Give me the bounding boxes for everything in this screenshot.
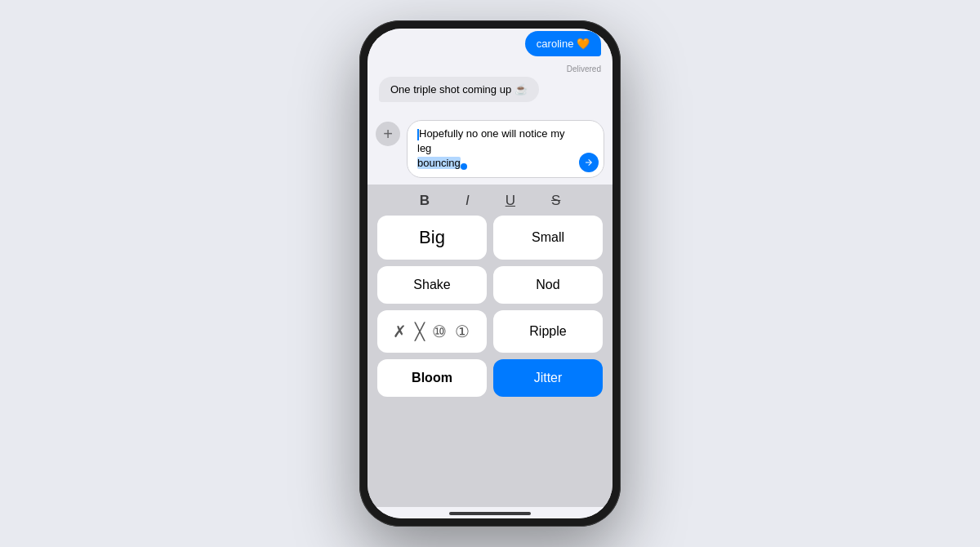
bold-button[interactable]: B bbox=[415, 191, 434, 211]
strikethrough-button[interactable]: S bbox=[546, 191, 565, 211]
partial-sent-bubble: caroline 🧡 bbox=[525, 31, 601, 56]
effects-panel: Big Small Shake Nod ✗ ╳ ⑩ ① Ripple Bloom… bbox=[368, 216, 612, 507]
small-effect-button[interactable]: Small bbox=[493, 216, 603, 260]
jitter-effect-button[interactable]: Jitter bbox=[493, 359, 603, 397]
input-area: + Hopefully no one will notice my leg bo… bbox=[368, 115, 612, 185]
messages-area: Delivered One triple shot coming up ☕ bbox=[368, 56, 612, 115]
italic-button[interactable]: I bbox=[461, 191, 474, 211]
received-message-bubble: One triple shot coming up ☕ bbox=[379, 77, 539, 102]
underline-button[interactable]: U bbox=[501, 191, 520, 211]
effects-row-2: Shake Nod bbox=[377, 266, 603, 304]
top-partial-area: caroline 🧡 bbox=[368, 29, 612, 56]
effects-row-4: Bloom Jitter bbox=[377, 359, 603, 397]
ripple-effect-button[interactable]: Ripple bbox=[493, 310, 603, 353]
effects-row-3: ✗ ╳ ⑩ ① Ripple bbox=[377, 310, 603, 353]
format-toolbar: B I U S bbox=[368, 185, 612, 216]
input-text-content: Hopefully no one will notice my leg boun… bbox=[417, 127, 574, 171]
send-button[interactable] bbox=[579, 153, 599, 172]
home-indicator-area bbox=[368, 507, 612, 518]
input-line1: Hopefully no one will notice my leg bbox=[417, 127, 564, 154]
shake-effect-button[interactable]: Shake bbox=[377, 266, 487, 304]
phone-frame: caroline 🧡 Delivered One triple shot com… bbox=[359, 20, 621, 527]
home-bar bbox=[449, 512, 531, 515]
sketch-effect-button[interactable]: ✗ ╳ ⑩ ① bbox=[377, 310, 487, 353]
effects-row-1: Big Small bbox=[377, 216, 603, 260]
phone-screen: caroline 🧡 Delivered One triple shot com… bbox=[368, 29, 612, 518]
nod-effect-button[interactable]: Nod bbox=[493, 266, 603, 304]
big-effect-button[interactable]: Big bbox=[377, 216, 487, 260]
selected-text-bouncing: bouncing bbox=[417, 157, 461, 169]
plus-button[interactable]: + bbox=[376, 122, 400, 146]
message-input[interactable]: Hopefully no one will notice my leg boun… bbox=[407, 120, 604, 178]
bloom-effect-button[interactable]: Bloom bbox=[377, 359, 487, 397]
delivered-status: Delivered bbox=[379, 64, 601, 73]
